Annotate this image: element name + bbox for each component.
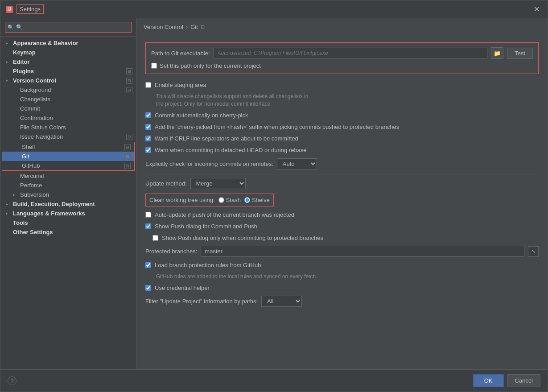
sidebar-item-shelf[interactable]: Shelf ⊟ <box>2 142 134 152</box>
incoming-commits-select[interactable]: Auto Always Never <box>277 158 317 169</box>
sidebar-item-issue-navigation[interactable]: Issue Navigation ⊟ <box>0 132 136 141</box>
stash-radio[interactable] <box>218 197 224 203</box>
show-push-label: Show Push dialog for Commit and Push <box>155 223 257 231</box>
clean-tree-label: Clean working tree using: <box>149 197 215 203</box>
credential-checkbox[interactable] <box>145 285 151 291</box>
sidebar-item-file-status-colors[interactable]: File Status Colors <box>0 123 136 132</box>
search-wrapper: 🔍 <box>5 22 132 33</box>
sidebar-item-tools[interactable]: Tools <box>0 218 136 227</box>
load-branch-label: Load branch protection rules from GitHub <box>155 261 261 269</box>
sidebar-tree: Appearance & Behavior Keymap Editor Plug… <box>0 37 136 369</box>
show-push-checkbox[interactable] <box>145 223 151 229</box>
settings-icon: ⊟ <box>126 87 132 93</box>
collapse-arrow <box>6 41 11 45</box>
git-path-section: Path to Git executable: 📁 Test Set this … <box>145 42 539 74</box>
sidebar-item-label: Issue Navigation <box>20 133 126 140</box>
protected-branches-label: Protected branches: <box>145 248 197 255</box>
sidebar-item-label: Editor <box>13 58 132 65</box>
update-method-select[interactable]: Merge Rebase Branch Default <box>190 178 246 189</box>
filter-select[interactable]: All Changed None <box>261 296 302 307</box>
path-input[interactable] <box>214 48 488 58</box>
expand-button[interactable]: ⤡ <box>528 246 539 257</box>
load-branch-rules-row: Load branch protection rules from GitHub <box>145 261 539 269</box>
breadcrumb-icon: ⊟ <box>201 24 205 30</box>
set-path-label[interactable]: Set this path only for the current proje… <box>160 62 261 69</box>
collapse-arrow <box>6 59 11 64</box>
cherry-suffix-checkbox[interactable] <box>145 124 151 130</box>
credential-row: Use credential helper <box>145 284 539 292</box>
auto-update-label: Auto-update if push of the current branc… <box>155 211 294 219</box>
clean-tree-radio-group: Stash Shelve <box>218 197 270 203</box>
auto-update-checkbox[interactable] <box>145 212 151 218</box>
search-input[interactable] <box>5 22 132 33</box>
folder-button[interactable]: 📁 <box>491 47 503 59</box>
sidebar-item-keymap[interactable]: Keymap <box>0 48 136 57</box>
close-button[interactable]: ✕ <box>531 4 542 14</box>
search-bar: 🔍 <box>0 18 136 37</box>
sidebar-item-build[interactable]: Build, Execution, Deployment <box>0 199 136 209</box>
settings-icon: ⊟ <box>124 163 131 169</box>
set-path-checkbox[interactable] <box>151 63 157 69</box>
detached-label: Warn when committing in detached HEAD or… <box>155 146 307 154</box>
path-row: Path to Git executable: 📁 Test <box>151 47 533 59</box>
sidebar-item-languages[interactable]: Languages & Frameworks <box>0 209 136 218</box>
collapse-arrow <box>6 211 11 216</box>
help-button[interactable]: ? <box>8 376 16 385</box>
app-icon: IJ <box>6 6 13 13</box>
detached-checkbox[interactable] <box>145 147 151 153</box>
cherry-suffix-row: Add the 'cherry-picked from <hash>' suff… <box>145 123 539 131</box>
sidebar-item-appearance[interactable]: Appearance & Behavior <box>0 38 136 48</box>
sidebar-item-version-control[interactable]: Version Control ⊟ <box>0 76 136 85</box>
sidebar-item-label: Git <box>22 153 124 160</box>
sidebar-item-editor[interactable]: Editor <box>0 57 136 66</box>
sidebar-item-label: File Status Colors <box>20 124 132 131</box>
crlf-row: Warn if CRLF line separators are about t… <box>145 135 539 143</box>
detached-row: Warn when committing in detached HEAD or… <box>145 146 539 154</box>
auto-update-row: Auto-update if push of the current branc… <box>145 211 539 219</box>
sidebar-item-label: Other Settings <box>13 229 132 235</box>
sidebar-item-label: Build, Execution, Deployment <box>13 201 132 207</box>
sidebar-item-label: Keymap <box>13 49 132 56</box>
sidebar-item-changelists[interactable]: Changelists <box>0 95 136 104</box>
title-bar-left: IJ Settings <box>6 4 44 14</box>
sidebar-item-label: Plugins <box>13 68 126 74</box>
enable-staging-checkbox[interactable] <box>145 82 151 88</box>
sidebar-item-background[interactable]: Background ⊟ <box>0 85 136 95</box>
breadcrumb-git: Git <box>190 24 198 30</box>
clean-tree-section: Clean working tree using: Stash Shelve <box>145 194 274 206</box>
show-push-protected-checkbox[interactable] <box>152 235 158 241</box>
filter-label: Filter "Update Project" information by p… <box>145 298 258 305</box>
breadcrumb-bar: Version Control › Git ⊟ <box>136 18 548 35</box>
ok-button[interactable]: OK <box>473 374 504 387</box>
test-button[interactable]: Test <box>507 48 533 59</box>
crlf-label: Warn if CRLF line separators are about t… <box>155 135 298 143</box>
sidebar-item-subversion[interactable]: Subversion <box>0 190 136 199</box>
right-panel: Version Control › Git ⊟ Path to Git exec… <box>136 18 548 369</box>
settings-icon: ⊟ <box>126 68 132 74</box>
sidebar-item-label: Shelf <box>22 144 124 150</box>
update-method-label: Update method: <box>145 180 187 187</box>
cancel-button[interactable]: Cancel <box>507 374 540 387</box>
protected-branches-input[interactable] <box>201 246 524 257</box>
show-push-row: Show Push dialog for Commit and Push <box>145 223 539 231</box>
title-bar: IJ Settings ✕ <box>0 0 548 18</box>
sidebar-item-label: Confirmation <box>20 115 132 121</box>
sidebar-item-perforce[interactable]: Perforce <box>0 181 136 190</box>
update-method-row: Update method: Merge Rebase Branch Defau… <box>145 178 539 189</box>
load-branch-checkbox[interactable] <box>145 262 151 268</box>
sidebar: 🔍 Appearance & Behavior Keymap <box>0 18 136 369</box>
shelve-radio-label[interactable]: Shelve <box>244 197 270 203</box>
sidebar-item-confirmation[interactable]: Confirmation <box>0 113 136 123</box>
sidebar-item-github[interactable]: GitHub ⊟ <box>2 161 134 170</box>
sidebar-item-mercurial[interactable]: Mercurial <box>0 171 136 181</box>
sidebar-item-label: Commit <box>20 105 132 112</box>
sidebar-item-git[interactable]: Git ⊟ <box>2 152 134 161</box>
sidebar-item-commit[interactable]: Commit <box>0 104 136 113</box>
sidebar-item-plugins[interactable]: Plugins ⊟ <box>0 66 136 76</box>
stash-radio-label[interactable]: Stash <box>218 197 241 203</box>
shelve-radio[interactable] <box>244 197 250 203</box>
cherry-pick-checkbox[interactable] <box>145 112 151 118</box>
crlf-checkbox[interactable] <box>145 136 151 141</box>
enable-staging-subtext: This will disable changelists support an… <box>156 93 539 108</box>
sidebar-item-other[interactable]: Other Settings <box>0 227 136 237</box>
